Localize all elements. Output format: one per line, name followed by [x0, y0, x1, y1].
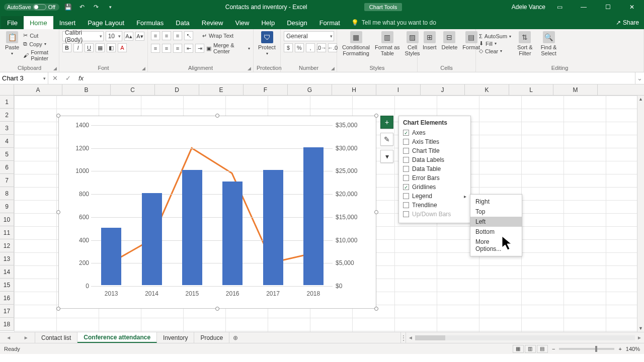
increase-indent-icon[interactable]: ⇥	[195, 44, 204, 53]
row-header[interactable]: 3	[0, 122, 14, 135]
column-header[interactable]: F	[244, 84, 288, 95]
scroll-right-icon[interactable]: ►	[637, 335, 642, 340]
chart-styles-button[interactable]: ✎	[380, 133, 393, 146]
legend-position-option[interactable]: Bottom	[470, 227, 522, 237]
bar-series-point[interactable]	[303, 147, 324, 285]
redo-icon[interactable]: ↷	[91, 2, 102, 13]
column-header[interactable]: D	[155, 84, 199, 95]
align-middle-icon[interactable]: ≡	[162, 31, 171, 40]
autosave-toggle[interactable]: AutoSave Off	[4, 4, 59, 11]
tab-help[interactable]: Help	[255, 16, 281, 29]
cut-button[interactable]: ✂Cut	[23, 32, 56, 39]
row-header[interactable]: 5	[0, 148, 14, 161]
column-header[interactable]: K	[465, 84, 509, 95]
resize-handle[interactable]	[374, 114, 378, 118]
tab-split-handle[interactable]: ⋮	[400, 332, 406, 343]
row-header[interactable]: 1	[0, 96, 14, 109]
chart-element-option[interactable]: ✓Gridlines	[403, 183, 466, 192]
row-header[interactable]: 11	[0, 226, 14, 239]
align-center-icon[interactable]: ≡	[162, 44, 171, 53]
borders-button[interactable]: ▦	[96, 43, 105, 52]
underline-button[interactable]: U	[85, 43, 94, 52]
zoom-slider[interactable]	[559, 348, 614, 350]
row-header[interactable]: 18	[0, 318, 14, 331]
select-all-corner[interactable]	[0, 84, 14, 95]
bar-series-point[interactable]	[263, 170, 283, 285]
column-header[interactable]: A	[14, 84, 62, 95]
row-header[interactable]: 6	[0, 161, 14, 174]
tab-view[interactable]: View	[229, 16, 255, 29]
find-select-button[interactable]: 🔍Find & Select	[539, 31, 559, 56]
tab-insert[interactable]: Insert	[53, 16, 82, 29]
legend-position-option[interactable]: More Options...	[470, 237, 522, 254]
clear-button[interactable]: ◇Clear▾	[479, 48, 511, 54]
tab-scroll-right-icon[interactable]: ►	[24, 335, 29, 340]
sheet-tab-nav[interactable]: ◄►	[0, 332, 35, 343]
column-header[interactable]: B	[62, 84, 111, 95]
expand-formula-bar-icon[interactable]: ⌄	[635, 72, 644, 84]
line-series[interactable]	[91, 125, 333, 286]
dialog-launcher-icon[interactable]: ◢	[53, 66, 57, 71]
tab-format[interactable]: Format	[313, 16, 346, 29]
orientation-icon[interactable]: ⭦	[184, 31, 193, 40]
row-header[interactable]: 2	[0, 109, 14, 122]
protect-button[interactable]: 🛡 Protect ▾	[257, 31, 277, 56]
user-name[interactable]: Adele Vance	[512, 4, 545, 11]
increase-decimal-icon[interactable]: .0→	[317, 43, 326, 52]
bar-series-point[interactable]	[142, 193, 162, 285]
column-header[interactable]: I	[376, 84, 421, 95]
insert-function-icon[interactable]: fx	[74, 74, 88, 82]
fill-button[interactable]: ⬇Fill▾	[479, 40, 511, 47]
sheet-tab[interactable]: Conference attendance	[77, 332, 157, 343]
chart-element-option[interactable]: Error Bars	[403, 173, 466, 183]
close-icon[interactable]: ✕	[622, 0, 642, 14]
legend-position-option[interactable]: Left	[470, 217, 522, 227]
resize-handle[interactable]	[215, 114, 219, 118]
align-left-icon[interactable]: ≡	[151, 44, 160, 53]
italic-button[interactable]: I	[73, 43, 83, 52]
tab-page-layout[interactable]: Page Layout	[82, 16, 130, 29]
bold-button[interactable]: B	[62, 43, 71, 52]
font-color-button[interactable]: A	[118, 43, 127, 52]
row-header[interactable]: 13	[0, 252, 14, 265]
insert-cells-button[interactable]: ⊞Insert	[421, 31, 439, 50]
resize-handle[interactable]	[374, 307, 378, 311]
chart-element-option[interactable]: Data Labels	[403, 155, 466, 164]
qat-customize-icon[interactable]: ▾	[105, 2, 116, 13]
sort-filter-button[interactable]: ⇅Sort & Filter	[515, 31, 535, 56]
align-top-icon[interactable]: ≡	[151, 31, 160, 40]
decrease-font-icon[interactable]: A▾	[135, 32, 144, 41]
page-break-view-icon[interactable]: ▤	[537, 345, 548, 353]
zoom-level[interactable]: 140%	[626, 346, 640, 352]
resize-handle[interactable]	[56, 307, 60, 311]
increase-font-icon[interactable]: A▴	[124, 32, 133, 41]
tab-scroll-left-icon[interactable]: ◄	[6, 335, 11, 340]
cancel-formula-icon[interactable]: ✕	[48, 74, 61, 82]
embedded-chart[interactable]: 0$0200$5,000400$10,000600$15,000800$20,0…	[58, 116, 376, 309]
normal-view-icon[interactable]: ▦	[513, 345, 524, 353]
column-header[interactable]: E	[199, 84, 244, 95]
row-header[interactable]: 9	[0, 200, 14, 213]
chart-element-option[interactable]: Data Table	[403, 164, 466, 173]
bar-series-point[interactable]	[182, 170, 202, 285]
decrease-indent-icon[interactable]: ⇤	[184, 44, 193, 53]
column-header[interactable]: L	[509, 84, 553, 95]
undo-icon[interactable]: ↶	[76, 2, 88, 13]
sheet-tab[interactable]: Inventory	[157, 332, 194, 343]
row-header[interactable]: 12	[0, 239, 14, 252]
copy-button[interactable]: ⧉Copy▾	[23, 41, 56, 47]
tab-file[interactable]: File	[1, 16, 24, 29]
scroll-thumb[interactable]	[415, 335, 445, 340]
legend-position-option[interactable]: Right	[470, 197, 522, 207]
resize-handle[interactable]	[56, 114, 60, 118]
horizontal-scrollbar[interactable]: ◄ ►	[406, 332, 644, 343]
column-header[interactable]: H	[332, 84, 376, 95]
chart-element-option[interactable]: Legend▸	[403, 192, 466, 201]
conditional-formatting-button[interactable]: ▦Conditional Formatting	[340, 31, 372, 56]
ribbon-display-options-icon[interactable]: ▭	[549, 0, 570, 14]
align-bottom-icon[interactable]: ≡	[173, 31, 182, 40]
tab-formulas[interactable]: Formulas	[130, 16, 170, 29]
format-painter-button[interactable]: 🖌Format Painter	[23, 49, 56, 61]
font-size-combo[interactable]: 10	[106, 31, 122, 41]
worksheet-grid[interactable]: ABCDEFGHIJKLM 12345678910111213141516171…	[0, 84, 644, 332]
